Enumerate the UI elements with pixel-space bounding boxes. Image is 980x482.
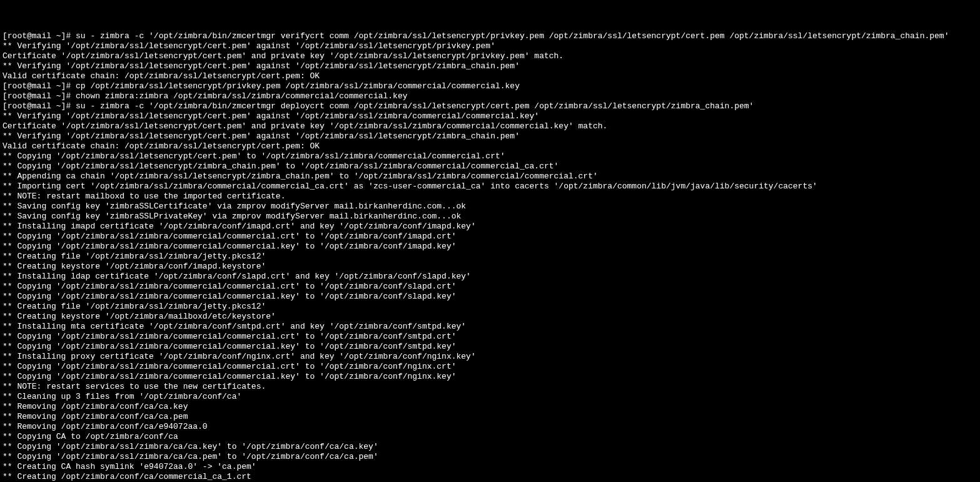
terminal-line: Certificate '/opt/zimbra/ssl/letsencrypt… (3, 51, 977, 61)
terminal-line: ** Verifying '/opt/zimbra/ssl/letsencryp… (3, 131, 977, 141)
terminal-line: ** Copying '/opt/zimbra/ssl/zimbra/ca/ca… (3, 452, 977, 462)
terminal-line: ** Copying '/opt/zimbra/ssl/letsencrypt/… (3, 162, 977, 172)
terminal-line: ** Creating CA hash symlink 'e94072aa.0'… (3, 462, 977, 472)
terminal-line: ** Verifying '/opt/zimbra/ssl/letsencryp… (3, 61, 977, 71)
terminal-line: ** Creating file '/opt/zimbra/ssl/zimbra… (3, 252, 977, 262)
terminal-line: ** Creating /opt/zimbra/conf/ca/commerci… (3, 472, 977, 482)
terminal-line: [root@mail ~]# cp /opt/zimbra/ssl/letsen… (3, 81, 977, 91)
terminal-line: ** Removing /opt/zimbra/conf/ca/e94072aa… (3, 422, 977, 432)
terminal-line: ** Installing imapd certificate '/opt/zi… (3, 222, 977, 232)
terminal-line: Valid certificate chain: /opt/zimbra/ssl… (3, 141, 977, 151)
terminal-line: ** Verifying '/opt/zimbra/ssl/letsencryp… (3, 111, 977, 121)
terminal-line: ** Copying '/opt/zimbra/ssl/zimbra/comme… (3, 362, 977, 372)
terminal-line: ** Copying '/opt/zimbra/ssl/zimbra/comme… (3, 282, 977, 292)
terminal-line: ** Copying '/opt/zimbra/ssl/zimbra/comme… (3, 232, 977, 242)
terminal-line: ** Verifying '/opt/zimbra/ssl/letsencryp… (3, 41, 977, 51)
terminal-line: ** Copying '/opt/zimbra/ssl/zimbra/comme… (3, 332, 977, 342)
terminal-line: ** Installing mta certificate '/opt/zimb… (3, 322, 977, 332)
terminal-line: ** Copying '/opt/zimbra/ssl/letsencrypt/… (3, 151, 977, 162)
terminal-line: [root@mail ~]# chown zimbra:zimbra /opt/… (3, 91, 977, 101)
terminal-line: ** Copying '/opt/zimbra/ssl/zimbra/comme… (3, 292, 977, 302)
terminal-line: ** Copying '/opt/zimbra/ssl/zimbra/comme… (3, 242, 977, 252)
terminal-line: ** Copying CA to /opt/zimbra/conf/ca (3, 432, 977, 442)
terminal-line: ** Installing ldap certificate '/opt/zim… (3, 272, 977, 282)
terminal-line: [root@mail ~]# su - zimbra -c '/opt/zimb… (3, 31, 977, 41)
terminal-line: ** Copying '/opt/zimbra/ssl/zimbra/comme… (3, 372, 977, 382)
terminal-output[interactable]: [root@mail ~]# su - zimbra -c '/opt/zimb… (3, 31, 977, 482)
terminal-line: ** Cleaning up 3 files from '/opt/zimbra… (3, 392, 977, 402)
terminal-line: ** NOTE: restart mailboxd to use the imp… (3, 192, 977, 202)
terminal-line: Certificate '/opt/zimbra/ssl/letsencrypt… (3, 121, 977, 131)
terminal-line: ** NOTE: restart services to use the new… (3, 382, 977, 392)
terminal-line: ** Removing /opt/zimbra/conf/ca/ca.key (3, 402, 977, 412)
terminal-line: [root@mail ~]# su - zimbra -c '/opt/zimb… (3, 101, 977, 111)
terminal-line: ** Creating file '/opt/zimbra/ssl/zimbra… (3, 302, 977, 312)
terminal-line: ** Creating keystore '/opt/zimbra/conf/i… (3, 262, 977, 272)
terminal-line: ** Saving config key 'zimbraSSLCertifica… (3, 202, 977, 212)
terminal-line: ** Creating keystore '/opt/zimbra/mailbo… (3, 312, 977, 322)
terminal-line: ** Saving config key 'zimbraSSLPrivateKe… (3, 212, 977, 222)
terminal-line: ** Removing /opt/zimbra/conf/ca/ca.pem (3, 412, 977, 422)
terminal-line: ** Importing cert '/opt/zimbra/ssl/zimbr… (3, 182, 977, 192)
terminal-line: ** Appending ca chain '/opt/zimbra/ssl/l… (3, 172, 977, 182)
terminal-line: Valid certificate chain: /opt/zimbra/ssl… (3, 71, 977, 81)
terminal-line: ** Copying '/opt/zimbra/ssl/zimbra/comme… (3, 342, 977, 352)
terminal-line: ** Installing proxy certificate '/opt/zi… (3, 352, 977, 362)
terminal-line: ** Copying '/opt/zimbra/ssl/zimbra/ca/ca… (3, 442, 977, 452)
